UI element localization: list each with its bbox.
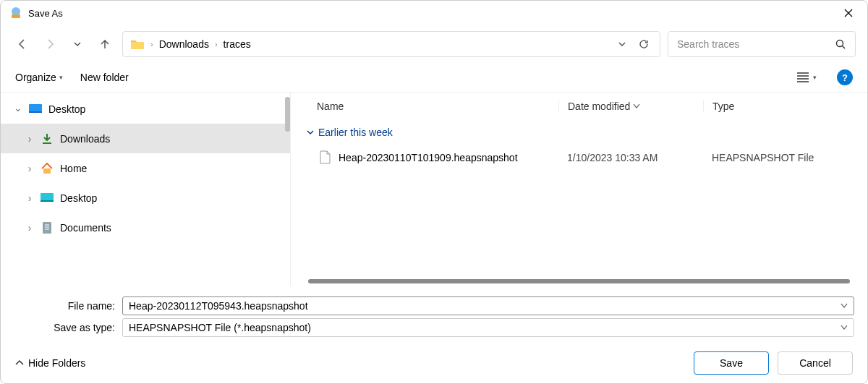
document-icon	[40, 221, 54, 234]
list-view-icon	[797, 72, 809, 82]
help-button[interactable]: ?	[837, 69, 853, 85]
group-header[interactable]: Earlier this week	[291, 120, 867, 145]
search-input[interactable]	[677, 38, 835, 50]
sidebar-item-label: Desktop	[60, 192, 97, 204]
address-bar[interactable]: › Downloads › traces	[122, 31, 660, 57]
app-icon	[9, 7, 22, 20]
svg-rect-4	[29, 111, 42, 113]
recent-dropdown[interactable]	[67, 34, 88, 54]
filename-field[interactable]	[122, 296, 854, 315]
forward-button[interactable]	[40, 34, 60, 54]
navbar: › Downloads › traces	[1, 25, 867, 63]
file-list-pane: Name Date modified Type Earlier this wee…	[290, 93, 867, 286]
sidebar: Desktop Downloads Home Desktop Documents	[1, 93, 290, 286]
filename-dropdown[interactable]	[841, 303, 848, 309]
search-icon	[835, 39, 846, 50]
column-header-type[interactable]: Type	[703, 101, 867, 112]
new-folder-button[interactable]: New folder	[80, 72, 129, 83]
svg-point-2	[837, 40, 843, 46]
caret-down-icon: ▾	[59, 74, 63, 81]
main-area: Desktop Downloads Home Desktop Documents	[1, 92, 867, 286]
sidebar-item-desktop-2[interactable]: Desktop	[1, 183, 290, 213]
sidebar-item-label: Documents	[60, 222, 111, 234]
chevron-up-icon	[15, 359, 24, 367]
chevron-down-icon[interactable]	[14, 103, 22, 115]
svg-rect-7	[41, 200, 54, 202]
close-button[interactable]	[838, 6, 859, 20]
file-name: Heap-20230110T101909.heapsnapshot	[339, 152, 518, 163]
titlebar: Save As	[1, 1, 867, 25]
file-icon	[320, 150, 331, 165]
caret-down-icon: ▾	[813, 74, 817, 81]
file-type: HEAPSNAPSHOT File	[703, 152, 867, 163]
chevron-right-icon: ›	[215, 40, 218, 48]
file-row[interactable]: Heap-20230110T101909.heapsnapshot 1/10/2…	[291, 145, 867, 171]
back-button[interactable]	[12, 34, 33, 54]
up-button[interactable]	[95, 34, 115, 54]
download-icon	[40, 132, 54, 145]
sidebar-scrollbar[interactable]	[285, 97, 290, 132]
svg-rect-1	[12, 14, 20, 18]
column-header-date[interactable]: Date modified	[558, 101, 703, 112]
sidebar-item-documents[interactable]: Documents	[1, 213, 290, 242]
address-dropdown[interactable]	[615, 37, 629, 51]
sort-desc-icon	[633, 103, 640, 109]
chevron-right-icon[interactable]	[25, 163, 34, 174]
sidebar-item-label: Home	[60, 163, 87, 174]
toolbar: Organize ▾ New folder ▾ ?	[1, 63, 867, 92]
type-input[interactable]	[129, 322, 841, 333]
chevron-right-icon[interactable]	[25, 192, 34, 204]
window-title: Save As	[28, 8, 63, 19]
column-header-name[interactable]: Name	[291, 101, 558, 112]
column-headers: Name Date modified Type	[291, 93, 867, 120]
desktop-icon	[40, 192, 54, 205]
sidebar-item-downloads[interactable]: Downloads	[1, 124, 290, 153]
save-as-dialog: Save As › Downloads › traces	[0, 0, 868, 384]
save-button[interactable]: Save	[694, 351, 769, 375]
breadcrumb-traces[interactable]: traces	[224, 38, 251, 50]
organize-menu[interactable]: Organize ▾	[15, 72, 63, 83]
file-date: 1/10/2023 10:33 AM	[558, 152, 703, 163]
sidebar-item-home[interactable]: Home	[1, 153, 290, 183]
view-options-button[interactable]: ▾	[794, 69, 820, 85]
sidebar-item-label: Desktop	[48, 103, 85, 115]
chevron-down-icon	[307, 129, 314, 136]
breadcrumb-downloads[interactable]: Downloads	[159, 38, 209, 50]
search-box[interactable]	[668, 31, 856, 57]
filename-input[interactable]	[129, 300, 841, 312]
sidebar-item-label: Downloads	[60, 133, 110, 145]
home-icon	[40, 162, 54, 175]
chevron-right-icon[interactable]	[25, 133, 34, 145]
sidebar-item-desktop[interactable]: Desktop	[1, 94, 290, 124]
type-label: Save as type:	[14, 322, 115, 333]
horizontal-scrollbar[interactable]	[308, 279, 850, 283]
save-inputs: File name: Save as type:	[1, 286, 867, 343]
type-field[interactable]	[122, 318, 854, 337]
svg-rect-5	[43, 168, 51, 174]
hide-folders-button[interactable]: Hide Folders	[15, 357, 85, 369]
folder-icon	[130, 38, 145, 50]
filename-label: File name:	[14, 300, 115, 312]
chevron-right-icon[interactable]	[25, 222, 34, 234]
type-dropdown[interactable]	[841, 325, 848, 330]
cancel-button[interactable]: Cancel	[778, 351, 853, 375]
svg-rect-8	[43, 222, 51, 234]
refresh-button[interactable]	[635, 35, 652, 53]
dialog-footer: Hide Folders Save Cancel	[1, 343, 867, 383]
desktop-icon	[28, 103, 43, 116]
chevron-right-icon: ›	[150, 40, 153, 48]
